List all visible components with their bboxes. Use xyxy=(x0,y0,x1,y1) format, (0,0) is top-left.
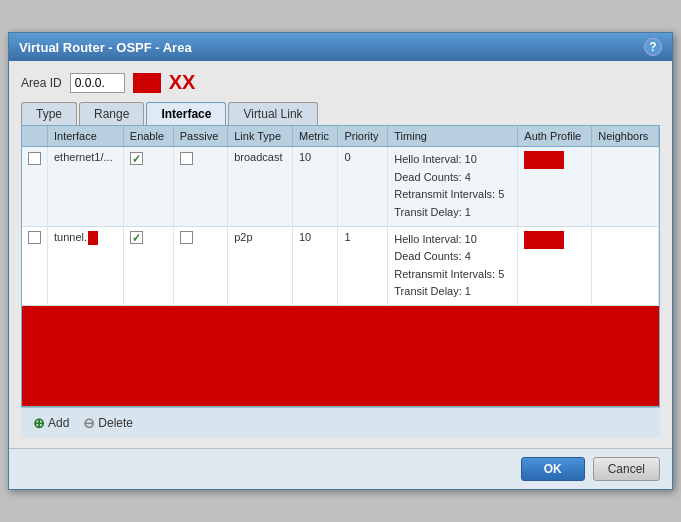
col-link-type: Link Type xyxy=(228,126,293,147)
tab-bar: Type Range Interface Virtual Link xyxy=(21,102,660,125)
row2-link-type: p2p xyxy=(228,226,293,305)
tab-range[interactable]: Range xyxy=(79,102,144,125)
row2-enable-checkbox[interactable]: ✓ xyxy=(130,231,143,244)
add-icon: ⊕ xyxy=(33,415,45,431)
row1-interface: ethernet1/... xyxy=(48,147,124,226)
help-button[interactable]: ? xyxy=(644,38,662,56)
cancel-label: Cancel xyxy=(608,462,645,476)
bottom-toolbar: ⊕ Add ⊖ Delete xyxy=(21,407,660,438)
row1-enable[interactable]: ✓ xyxy=(123,147,173,226)
interface-table: Interface Enable Passive Link Type Metri… xyxy=(22,126,659,306)
col-auth-profile: Auth Profile xyxy=(518,126,592,147)
row2-passive[interactable] xyxy=(173,226,227,305)
area-id-label: Area ID xyxy=(21,76,62,90)
interface-table-container: Interface Enable Passive Link Type Metri… xyxy=(21,125,660,407)
row2-auth-profile-block xyxy=(524,231,564,249)
add-button[interactable]: ⊕ Add xyxy=(29,413,73,433)
row1-metric: 10 xyxy=(293,147,338,226)
row1-timing: Hello Interval: 10Dead Counts: 4Retransm… xyxy=(388,147,518,226)
delete-icon: ⊖ xyxy=(83,415,95,431)
col-enable: Enable xyxy=(123,126,173,147)
row1-priority: 0 xyxy=(338,147,388,226)
row1-auth-profile[interactable] xyxy=(518,147,592,226)
row1-checkbox[interactable] xyxy=(28,152,41,165)
row1-auth-profile-block xyxy=(524,151,564,169)
row2-check-cell[interactable] xyxy=(22,226,48,305)
row1-check-cell[interactable] xyxy=(22,147,48,226)
xx-indicator: XX xyxy=(169,71,196,94)
row2-metric: 10 xyxy=(293,226,338,305)
footer: OK Cancel xyxy=(9,448,672,489)
row2-tunnel-red xyxy=(88,231,98,245)
row2-auth-profile[interactable] xyxy=(518,226,592,305)
area-id-red-block xyxy=(133,73,161,93)
delete-button[interactable]: ⊖ Delete xyxy=(79,413,137,433)
col-timing: Timing xyxy=(388,126,518,147)
delete-label: Delete xyxy=(98,416,133,430)
row2-neighbors xyxy=(592,226,659,305)
ok-button[interactable]: OK xyxy=(521,457,585,481)
row2-interface: tunnel. xyxy=(48,226,124,305)
row1-neighbors xyxy=(592,147,659,226)
main-window: Virtual Router - OSPF - Area ? Area ID X… xyxy=(8,32,673,490)
col-metric: Metric xyxy=(293,126,338,147)
tab-type[interactable]: Type xyxy=(21,102,77,125)
row2-timing: Hello Interval: 10Dead Counts: 4Retransm… xyxy=(388,226,518,305)
content-area: Area ID XX Type Range Interface Virtual … xyxy=(9,61,672,448)
ok-label: OK xyxy=(544,462,562,476)
red-selection-area xyxy=(22,306,659,406)
row2-enable[interactable]: ✓ xyxy=(123,226,173,305)
row2-priority: 1 xyxy=(338,226,388,305)
row1-passive-checkbox[interactable] xyxy=(180,152,193,165)
table-row: ethernet1/... ✓ broadcast 10 0 Hello In xyxy=(22,147,659,226)
row1-passive[interactable] xyxy=(173,147,227,226)
table-row: tunnel. ✓ p2p 10 1 Hello I xyxy=(22,226,659,305)
row1-timing-text: Hello Interval: 10Dead Counts: 4Retransm… xyxy=(394,151,511,221)
col-interface: Interface xyxy=(48,126,124,147)
area-id-row: Area ID XX xyxy=(21,71,660,94)
area-id-input[interactable] xyxy=(70,73,125,93)
title-bar: Virtual Router - OSPF - Area ? xyxy=(9,33,672,61)
col-neighbors: Neighbors xyxy=(592,126,659,147)
row2-checkbox[interactable] xyxy=(28,231,41,244)
cancel-button[interactable]: Cancel xyxy=(593,457,660,481)
row1-enable-checkbox[interactable]: ✓ xyxy=(130,152,143,165)
tab-interface[interactable]: Interface xyxy=(146,102,226,125)
window-title: Virtual Router - OSPF - Area xyxy=(19,40,192,55)
row1-link-type: broadcast xyxy=(228,147,293,226)
tab-virtual-link[interactable]: Virtual Link xyxy=(228,102,317,125)
col-check xyxy=(22,126,48,147)
row2-passive-checkbox[interactable] xyxy=(180,231,193,244)
help-icon: ? xyxy=(649,40,656,54)
table-header-row: Interface Enable Passive Link Type Metri… xyxy=(22,126,659,147)
add-label: Add xyxy=(48,416,69,430)
col-priority: Priority xyxy=(338,126,388,147)
row2-timing-text: Hello Interval: 10Dead Counts: 4Retransm… xyxy=(394,231,511,301)
col-passive: Passive xyxy=(173,126,227,147)
